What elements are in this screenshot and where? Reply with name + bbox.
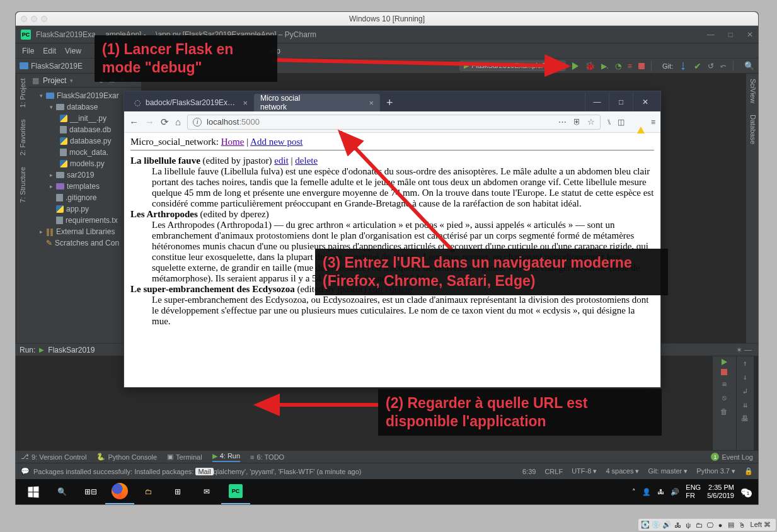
window-maximize-icon[interactable]: □ <box>609 93 633 111</box>
edit-link[interactable]: edit <box>274 156 289 166</box>
taskbar-pycharm-icon[interactable]: PC <box>221 479 250 504</box>
breadcrumb[interactable]: FlaskSar2019E <box>20 62 83 71</box>
stop-icon[interactable] <box>721 369 727 375</box>
reader-icon[interactable]: ⛨ <box>573 117 581 127</box>
tab-database[interactable]: Database <box>747 115 757 144</box>
delete-link[interactable]: delete <box>295 156 318 166</box>
tab-project[interactable]: 1: Project <box>18 79 27 108</box>
taskbar-mail-icon[interactable]: ✉ <box>192 479 221 504</box>
more-icon[interactable]: ⋯ <box>558 117 567 127</box>
post: La libellule fauve (edited by jpastor) e… <box>130 156 654 209</box>
run-icon[interactable] <box>572 62 578 70</box>
window-close-icon[interactable]: ✕ <box>747 30 753 39</box>
add-post-link[interactable]: Add new post <box>250 137 302 147</box>
git-commit-icon[interactable]: ✔ <box>694 61 701 71</box>
status-crlf[interactable]: CRLF <box>544 468 563 475</box>
window-minimize-icon[interactable]: — <box>585 93 609 111</box>
status-encoding[interactable]: UTF-8 ▾ <box>572 467 597 475</box>
tab-todo[interactable]: ≡6: TODO <box>250 453 284 461</box>
down-icon[interactable]: ↓ <box>743 373 747 382</box>
macos-min-icon[interactable] <box>31 16 37 22</box>
tray-notifications-icon[interactable]: 💬1 <box>740 488 749 496</box>
home-link[interactable]: Home <box>221 137 245 147</box>
window-maximize-icon[interactable]: □ <box>728 30 733 39</box>
attach-icon[interactable]: ≡ <box>628 62 632 71</box>
db-icon <box>60 126 67 133</box>
profile-icon[interactable]: ◔ <box>615 62 621 71</box>
tray-volume-icon[interactable]: 🔊 <box>671 488 679 496</box>
tab-terminal[interactable]: ▣Terminal <box>167 453 202 461</box>
close-tab-icon[interactable]: × <box>243 98 248 108</box>
menu-icon[interactable]: ≡ <box>651 118 655 127</box>
library-icon[interactable]: ⑊ <box>607 118 611 127</box>
vb-shared-icon: 🗀 <box>694 520 704 529</box>
soft-wrap-icon[interactable]: ↲ <box>743 387 747 395</box>
virtualbox-status-tray: 💽 💿 🔊 🖧 ψ 🗀 🖵 ● ▤ 🖱 Left ⌘ <box>638 519 776 531</box>
status-lock-icon[interactable]: 🔒 <box>744 467 753 475</box>
run-gear-icon[interactable]: ✶ — <box>736 346 752 354</box>
browser-tab-active[interactable]: Micro social network × <box>254 94 380 111</box>
start-button[interactable] <box>18 479 47 504</box>
macos-max-icon[interactable] <box>41 16 47 22</box>
rerun-icon[interactable] <box>722 359 727 365</box>
run-mid-toolbar: ↑ ↓ ↲ ⇊ 🖶 <box>737 356 754 450</box>
tab-run[interactable]: ▶4: Run <box>212 452 240 462</box>
address-bar[interactable]: i localhost:5000 ⋯ ⛨ ☆ <box>187 115 601 130</box>
macos-close-icon[interactable] <box>21 16 27 22</box>
tab-sciview[interactable]: SciView <box>747 79 757 103</box>
back-icon[interactable]: ← <box>129 116 139 127</box>
tab-structure[interactable]: 7: Structure <box>18 167 27 203</box>
trash-icon[interactable]: 🗑 <box>719 407 729 417</box>
up-icon[interactable]: ↑ <box>743 359 747 368</box>
new-tab-button[interactable]: + <box>380 94 400 111</box>
taskbar-taskview-icon[interactable]: ⊞⊟ <box>76 479 105 504</box>
exit-icon[interactable]: ⎋ <box>719 393 729 403</box>
print-icon[interactable]: 🖶 <box>741 414 749 423</box>
taskbar-firefox-icon[interactable] <box>105 479 134 504</box>
stop-icon[interactable] <box>638 63 645 69</box>
event-log[interactable]: 1 Event Log <box>711 453 753 461</box>
home-icon[interactable]: ⌂ <box>175 116 181 127</box>
status-message: Packages installed successfully: Install… <box>33 468 361 475</box>
status-indent[interactable]: 4 spaces ▾ <box>606 467 639 475</box>
forward-icon[interactable]: → <box>145 116 154 127</box>
reload-icon[interactable]: ⟳ <box>161 116 169 128</box>
menu-view[interactable]: View <box>65 47 81 55</box>
taskbar-store-icon[interactable]: ⊞ <box>163 479 192 504</box>
warning-icon[interactable] <box>637 118 645 127</box>
status-git[interactable]: Git: master ▾ <box>648 467 688 475</box>
tab-favorites[interactable]: 2: Favorites <box>18 119 27 155</box>
python-icon <box>60 160 67 167</box>
coverage-icon[interactable]: ▶. <box>601 62 609 71</box>
tray-language[interactable]: ENGFR <box>686 484 701 500</box>
window-minimize-icon[interactable]: — <box>707 30 715 39</box>
menu-file[interactable]: File <box>22 47 34 55</box>
run-console[interactable]: FLASK_ENV FLASK_DEBU In folder C:\Users\… <box>754 356 758 450</box>
git-update-icon[interactable]: ⭭ <box>679 61 688 71</box>
tray-chevron-up-icon[interactable]: ˄ <box>632 488 636 496</box>
pause-icon[interactable]: ≡ <box>719 379 729 389</box>
taskbar-explorer-icon[interactable]: 🗀 <box>134 479 163 504</box>
scroll-icon[interactable]: ⇊ <box>743 400 747 409</box>
tray-people-icon[interactable]: 👤 <box>642 488 651 496</box>
tab-python-console[interactable]: 🐍Python Console <box>96 453 157 461</box>
info-icon[interactable]: i <box>193 118 202 127</box>
run-config-selector[interactable]: ▶FlaskSar2019ExampleApp <box>459 60 565 71</box>
status-balloon-icon[interactable]: 💬 <box>21 467 30 475</box>
tray-clock[interactable]: 2:35 PM5/6/2019 <box>707 484 734 500</box>
close-tab-icon[interactable]: × <box>369 98 374 108</box>
sidebar-icon[interactable]: ◫ <box>618 118 624 127</box>
browser-tab[interactable]: ◌ badock/FlaskSar2019ExampleA × <box>128 94 254 111</box>
status-python[interactable]: Python 3.7 ▾ <box>696 467 735 475</box>
menu-edit[interactable]: Edit <box>43 47 56 55</box>
window-close-icon[interactable]: ✕ <box>633 93 657 111</box>
taskbar-search-icon[interactable]: 🔍 <box>47 479 76 504</box>
history-icon[interactable]: ↺ <box>708 62 714 71</box>
debug-icon[interactable]: 🐞 <box>585 61 595 71</box>
tab-version-control[interactable]: ⎇9: Version Control <box>21 453 86 461</box>
revert-icon[interactable]: ⤺ <box>720 62 727 71</box>
search-icon[interactable]: 🔍 <box>744 61 754 71</box>
python-icon <box>56 205 64 213</box>
bookmark-icon[interactable]: ☆ <box>587 117 595 127</box>
tray-network-icon[interactable]: 🖧 <box>657 488 664 495</box>
